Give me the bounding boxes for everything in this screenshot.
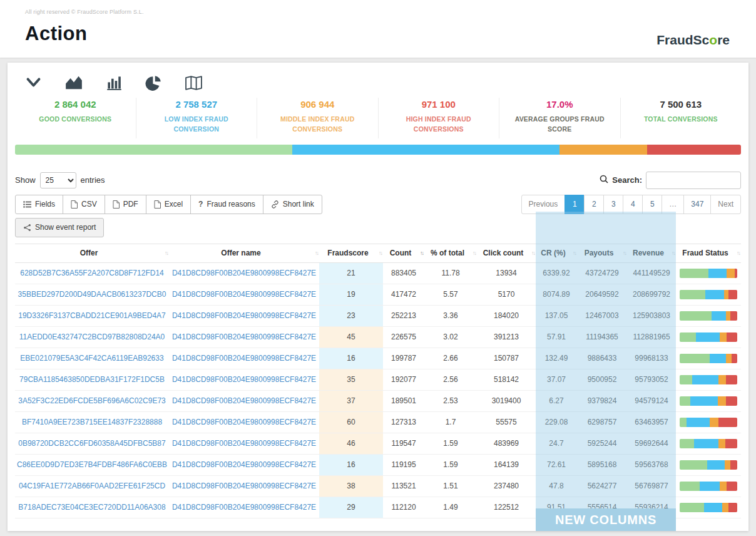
fraud-status-bar xyxy=(680,439,737,448)
click-count-cell: 184020 xyxy=(477,305,536,326)
pdf-button[interactable]: PDF xyxy=(105,195,146,214)
offer-link[interactable]: BF7410A9EE723B715EE14837F2328888 xyxy=(22,418,162,426)
fraud-status-bar xyxy=(680,396,737,406)
cr-cell: 132.49 xyxy=(536,348,577,369)
sort-icon: ↑↓ xyxy=(672,250,675,256)
pagination-page-347[interactable]: 347 xyxy=(683,195,711,214)
offer-name-link[interactable]: D41D8CD98F00B204E9800998ECF8427E xyxy=(172,290,316,299)
table-row: 04C19FA1E772AB66F0AAD2EFE61F25CDD41D8CD9… xyxy=(15,475,741,497)
column-label: Offer name xyxy=(221,249,260,257)
search-input[interactable] xyxy=(646,172,741,189)
short-link-button[interactable]: Short link xyxy=(263,195,322,214)
status-middle-segment xyxy=(718,439,725,448)
offer-name-link[interactable]: D41D8CD98F00B204E9800998ECF8427E xyxy=(172,311,316,320)
column-header-count[interactable]: Count↑↓ xyxy=(383,244,424,262)
offer-name-link[interactable]: D41D8CD98F00B204E9800998ECF8427E xyxy=(172,332,316,341)
offer-link[interactable]: 0B98720DCB2CC6FD60358A45DFBC5B87 xyxy=(18,439,165,448)
sort-icon: ↑↓ xyxy=(420,250,423,256)
table-row: 35BBED297D200D49DAACB0613237DCB0D41D8CD9… xyxy=(15,284,741,305)
column-header-payouts[interactable]: Payouts↑↓ xyxy=(577,244,627,262)
column-header-fraudscore[interactable]: Fraudscore↑↓ xyxy=(319,244,383,262)
offer-link[interactable]: 19D3326F3137CBADD21CE901A9BED4A7 xyxy=(18,311,165,320)
search-control: Search: xyxy=(600,172,741,189)
offer-name-link[interactable]: D41D8CD98F00B204E9800998ECF8427E xyxy=(172,439,316,448)
click-count-cell: 122512 xyxy=(477,497,536,518)
revenue-cell: 59692644 xyxy=(627,433,676,454)
pct-of-total-cell: 2.56 xyxy=(424,369,477,390)
fraud-status-cell xyxy=(676,262,741,284)
area-chart-icon[interactable] xyxy=(64,75,83,91)
bar-chart-icon[interactable] xyxy=(106,75,123,91)
offer-name-link[interactable]: D41D8CD98F00B204E9800998ECF8427E xyxy=(172,354,316,363)
brand-text-o: o xyxy=(709,33,717,47)
pagination-page-3[interactable]: 3 xyxy=(603,195,623,214)
pagination-next-button[interactable]: Next xyxy=(710,195,741,214)
main-panel: 2 864 042GOOD CONVERSIONS2 758 527LOW IN… xyxy=(8,63,748,531)
revenue-cell: 59563768 xyxy=(627,454,676,475)
fields-button[interactable]: Fields xyxy=(15,195,63,214)
sort-icon: ↑↓ xyxy=(573,250,576,256)
offer-name-link[interactable]: D41D8CD98F00B204E9800998ECF8427E xyxy=(172,460,316,469)
stats-row: 2 864 042GOOD CONVERSIONS2 758 527LOW IN… xyxy=(15,98,741,138)
status-high-segment xyxy=(735,269,737,278)
column-header-revenue[interactable]: Revenue↑↓ xyxy=(627,244,676,262)
distribution-segment-good xyxy=(15,145,292,155)
question-icon: ? xyxy=(198,200,203,209)
offer-name-link[interactable]: D41D8CD98F00B204E9800998ECF8427E xyxy=(172,269,316,277)
button-label: Show event report xyxy=(35,223,96,232)
offer-name-link[interactable]: D41D8CD98F00B204E9800998ECF8427E xyxy=(172,503,316,512)
pagination-previous-button[interactable]: Previous xyxy=(521,195,566,214)
pagination-page-5[interactable]: 5 xyxy=(642,195,662,214)
offer-link[interactable]: EBE021079E5A3C4F42CA6119EAB92633 xyxy=(20,354,163,363)
chevron-down-icon[interactable] xyxy=(25,76,42,90)
stat-label: LOW INDEX FRAUD CONVERSION xyxy=(141,114,252,135)
offer-link[interactable]: 35BBED297D200D49DAACB0613237DCB0 xyxy=(18,290,166,299)
column-header-click_count[interactable]: Click count↑↓ xyxy=(477,244,536,262)
column-header-offer[interactable]: Offer↑↓ xyxy=(15,244,169,262)
map-icon[interactable] xyxy=(185,75,203,91)
column-header-fraud_status[interactable]: Fraud Status↑↓ xyxy=(676,244,741,262)
pagination-page-2[interactable]: 2 xyxy=(584,195,604,214)
pagination-page-4[interactable]: 4 xyxy=(623,195,643,214)
offer-link[interactable]: B718ADEC73E04CE3EC720DD11A06A308 xyxy=(18,503,165,512)
offer-link[interactable]: C86EE0D9D7ED3E7B4FDBF486FA6C0EBB xyxy=(17,460,167,469)
revenue-cell: 208699792 xyxy=(627,284,676,305)
offer-link[interactable]: 628D52B7C36A55F2A207C8D8F712FD14 xyxy=(20,269,163,277)
column-header-cr[interactable]: CR (%)↑↓ xyxy=(536,244,577,262)
fraud-reasons-button[interactable]: ?Fraud reasons xyxy=(190,195,263,214)
offer-name-link[interactable]: D41D8CD98F00B204E9800998ECF8427E xyxy=(172,482,316,490)
fraud-status-cell xyxy=(676,454,741,475)
pie-chart-icon[interactable] xyxy=(145,75,162,91)
entries-select[interactable]: 25 xyxy=(40,172,76,188)
search-label: Search: xyxy=(612,175,642,185)
payouts-cell: 6298757 xyxy=(577,411,627,433)
table-row: 0B98720DCB2CC6FD60358A45DFBC5B87D41D8CD9… xyxy=(15,433,741,454)
offer-link[interactable]: 04C19FA1E772AB66F0AAD2EFE61F25CD xyxy=(19,482,165,490)
status-good-segment xyxy=(680,354,710,363)
link-icon xyxy=(271,200,279,209)
pct-of-total-cell: 1.49 xyxy=(424,497,477,518)
stat-label: HIGH INDEX FRAUD CONVERSIONS xyxy=(384,114,494,135)
brand-text-prefix: FraudSc xyxy=(656,33,709,47)
offer-link[interactable]: 3A52F3C22ED6FCDE5BF696A6C02C9E73 xyxy=(18,396,165,405)
offer-link[interactable]: 11AEDD0E432747C2BCD97B82808D24A0 xyxy=(19,332,165,341)
offer-name-link[interactable]: D41D8CD98F00B204E9800998ECF8427E xyxy=(172,418,316,426)
payouts-cell: 5895168 xyxy=(577,454,627,475)
show-event-report-button[interactable]: Show event report xyxy=(15,218,104,237)
cr-cell: 8074.89 xyxy=(536,284,577,305)
column-header-pct_of_total[interactable]: % of total↑↓ xyxy=(424,244,477,262)
click-count-cell: 13934 xyxy=(477,262,536,284)
fraudscore-cell: 38 xyxy=(319,475,383,497)
page-title: Action xyxy=(25,23,731,45)
pagination-page-1[interactable]: 1 xyxy=(564,195,585,214)
status-good-segment xyxy=(680,418,687,427)
offer-name-link[interactable]: D41D8CD98F00B204E9800998ECF8427E xyxy=(172,375,316,384)
csv-button[interactable]: CSV xyxy=(63,195,105,214)
revenue-cell: 112881965 xyxy=(627,326,676,348)
distribution-bar xyxy=(15,145,741,155)
excel-button[interactable]: Excel xyxy=(146,195,191,214)
fraud-status-bar xyxy=(680,418,737,427)
offer-name-link[interactable]: D41D8CD98F00B204E9800998ECF8427E xyxy=(172,396,316,405)
offer-link[interactable]: 79CBA1185463850DEDBA31F172F1DC5B xyxy=(19,375,165,384)
column-header-offer_name[interactable]: Offer name↑↓ xyxy=(169,244,319,262)
